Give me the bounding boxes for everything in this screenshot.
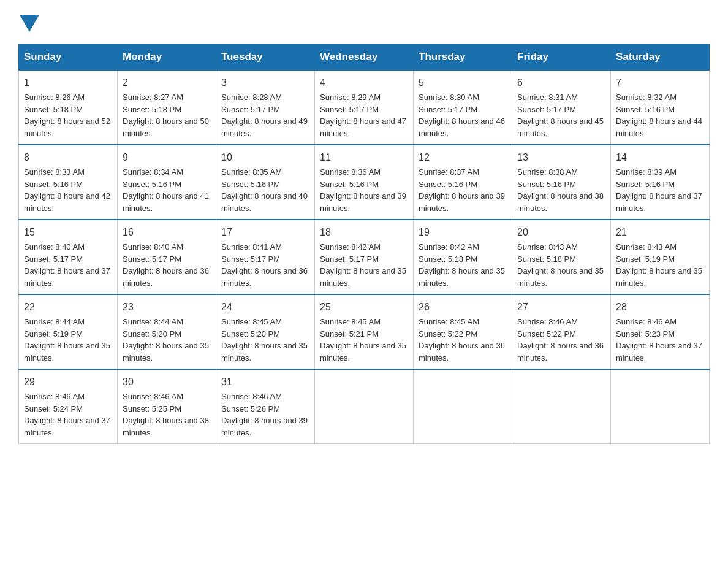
table-row: 14Sunrise: 8:39 AMSunset: 5:16 PMDayligh…: [611, 145, 710, 220]
table-row: 22Sunrise: 8:44 AMSunset: 5:19 PMDayligh…: [19, 294, 118, 369]
day-number: 23: [123, 300, 211, 315]
table-row: 15Sunrise: 8:40 AMSunset: 5:17 PMDayligh…: [19, 220, 118, 294]
table-row: 26Sunrise: 8:45 AMSunset: 5:22 PMDayligh…: [414, 294, 512, 369]
table-row: 18Sunrise: 8:42 AMSunset: 5:17 PMDayligh…: [315, 220, 414, 294]
day-number: 3: [221, 75, 309, 90]
table-row: 16Sunrise: 8:40 AMSunset: 5:17 PMDayligh…: [118, 220, 216, 294]
table-row: 12Sunrise: 8:37 AMSunset: 5:16 PMDayligh…: [414, 145, 512, 220]
calendar-week-row: 15Sunrise: 8:40 AMSunset: 5:17 PMDayligh…: [19, 220, 710, 294]
calendar-week-row: 29Sunrise: 8:46 AMSunset: 5:24 PMDayligh…: [19, 369, 710, 444]
table-row: 30Sunrise: 8:46 AMSunset: 5:25 PMDayligh…: [118, 369, 216, 444]
table-row: [512, 369, 611, 444]
day-number: 22: [24, 300, 112, 315]
table-row: 9Sunrise: 8:34 AMSunset: 5:16 PMDaylight…: [118, 145, 216, 220]
day-number: 17: [221, 225, 309, 240]
day-number: 10: [221, 150, 309, 165]
table-row: 4Sunrise: 8:29 AMSunset: 5:17 PMDaylight…: [315, 70, 414, 145]
calendar-table: Sunday Monday Tuesday Wednesday Thursday…: [18, 44, 710, 444]
table-row: 7Sunrise: 8:32 AMSunset: 5:16 PMDaylight…: [611, 70, 710, 145]
calendar-week-row: 1Sunrise: 8:26 AMSunset: 5:18 PMDaylight…: [19, 70, 710, 145]
day-number: 1: [24, 75, 112, 90]
table-row: 29Sunrise: 8:46 AMSunset: 5:24 PMDayligh…: [19, 369, 118, 444]
logo-arrow-icon: [20, 15, 39, 32]
table-row: 27Sunrise: 8:46 AMSunset: 5:22 PMDayligh…: [512, 294, 611, 369]
table-row: 25Sunrise: 8:45 AMSunset: 5:21 PMDayligh…: [315, 294, 414, 369]
table-row: 17Sunrise: 8:41 AMSunset: 5:17 PMDayligh…: [216, 220, 315, 294]
col-friday: Friday: [512, 45, 611, 71]
table-row: [414, 369, 512, 444]
table-row: 11Sunrise: 8:36 AMSunset: 5:16 PMDayligh…: [315, 145, 414, 220]
table-row: 21Sunrise: 8:43 AMSunset: 5:19 PMDayligh…: [611, 220, 710, 294]
page-header: [18, 12, 710, 32]
logo: [18, 12, 39, 32]
table-row: 1Sunrise: 8:26 AMSunset: 5:18 PMDaylight…: [19, 70, 118, 145]
day-number: 9: [123, 150, 211, 165]
table-row: 8Sunrise: 8:33 AMSunset: 5:16 PMDaylight…: [19, 145, 118, 220]
col-monday: Monday: [118, 45, 216, 71]
day-number: 24: [221, 300, 309, 315]
day-number: 19: [419, 225, 507, 240]
calendar-header-row: Sunday Monday Tuesday Wednesday Thursday…: [19, 45, 710, 71]
day-number: 6: [517, 75, 605, 90]
table-row: 23Sunrise: 8:44 AMSunset: 5:20 PMDayligh…: [118, 294, 216, 369]
table-row: 20Sunrise: 8:43 AMSunset: 5:18 PMDayligh…: [512, 220, 611, 294]
day-number: 30: [123, 375, 211, 389]
day-number: 28: [616, 300, 704, 315]
table-row: 5Sunrise: 8:30 AMSunset: 5:17 PMDaylight…: [414, 70, 512, 145]
day-number: 5: [419, 75, 507, 90]
day-number: 27: [517, 300, 605, 315]
col-sunday: Sunday: [19, 45, 118, 71]
table-row: [611, 369, 710, 444]
day-number: 29: [24, 375, 112, 389]
day-number: 16: [123, 225, 211, 240]
day-number: 25: [320, 300, 408, 315]
day-number: 18: [320, 225, 408, 240]
day-number: 31: [221, 375, 309, 389]
calendar-week-row: 22Sunrise: 8:44 AMSunset: 5:19 PMDayligh…: [19, 294, 710, 369]
table-row: 31Sunrise: 8:46 AMSunset: 5:26 PMDayligh…: [216, 369, 315, 444]
day-number: 26: [419, 300, 507, 315]
table-row: 28Sunrise: 8:46 AMSunset: 5:23 PMDayligh…: [611, 294, 710, 369]
day-number: 12: [419, 150, 507, 165]
table-row: 2Sunrise: 8:27 AMSunset: 5:18 PMDaylight…: [118, 70, 216, 145]
day-number: 11: [320, 150, 408, 165]
day-number: 13: [517, 150, 605, 165]
day-number: 21: [616, 225, 704, 240]
col-saturday: Saturday: [611, 45, 710, 71]
table-row: 19Sunrise: 8:42 AMSunset: 5:18 PMDayligh…: [414, 220, 512, 294]
day-number: 7: [616, 75, 704, 90]
day-number: 8: [24, 150, 112, 165]
col-thursday: Thursday: [414, 45, 512, 71]
col-wednesday: Wednesday: [315, 45, 414, 71]
table-row: 24Sunrise: 8:45 AMSunset: 5:20 PMDayligh…: [216, 294, 315, 369]
day-number: 15: [24, 225, 112, 240]
day-number: 2: [123, 75, 211, 90]
table-row: 3Sunrise: 8:28 AMSunset: 5:17 PMDaylight…: [216, 70, 315, 145]
table-row: [315, 369, 414, 444]
day-number: 20: [517, 225, 605, 240]
day-number: 14: [616, 150, 704, 165]
calendar-week-row: 8Sunrise: 8:33 AMSunset: 5:16 PMDaylight…: [19, 145, 710, 220]
day-number: 4: [320, 75, 408, 90]
table-row: 10Sunrise: 8:35 AMSunset: 5:16 PMDayligh…: [216, 145, 315, 220]
col-tuesday: Tuesday: [216, 45, 315, 71]
table-row: 13Sunrise: 8:38 AMSunset: 5:16 PMDayligh…: [512, 145, 611, 220]
table-row: 6Sunrise: 8:31 AMSunset: 5:17 PMDaylight…: [512, 70, 611, 145]
